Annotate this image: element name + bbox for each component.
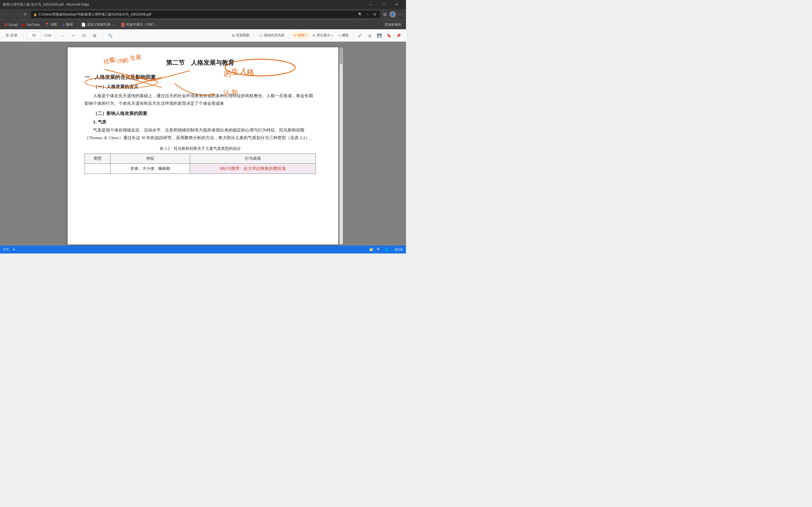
toolbar-divider-6 bbox=[353, 32, 354, 39]
table-title: 表 2-2 托马斯和切斯关于儿童气质类型的划分 bbox=[85, 146, 316, 151]
status-bar: 0°C ☀ 📁 🔍 🌐 19:18 bbox=[0, 245, 406, 253]
close-button[interactable]: ✕ bbox=[390, 0, 403, 9]
browser-extensions-button[interactable]: ⚙ bbox=[382, 11, 388, 17]
zoom-out-button[interactable]: − bbox=[58, 31, 67, 40]
table-header-type: 类型 bbox=[85, 154, 110, 164]
erase-button[interactable]: ◇ 擦除 bbox=[336, 32, 351, 39]
security-icon: 🔒 bbox=[33, 13, 37, 16]
collections-button[interactable]: ⊞ bbox=[371, 11, 378, 17]
toolbar-divider-4 bbox=[254, 32, 254, 39]
maps-icon: 📍 bbox=[45, 22, 49, 27]
book-icon: 📕 bbox=[120, 22, 125, 27]
draw-icon: ✏ bbox=[294, 34, 297, 38]
back-button[interactable]: ← bbox=[2, 10, 10, 18]
pdf-toolbar: ☰ 目录 / 638 − + ⊡ ⊞ 🔍 ⊟ 页面视图 Aα 朗读此页内容 ✏ … bbox=[0, 29, 406, 42]
pin-button[interactable]: 📌 bbox=[394, 31, 403, 40]
draw-button[interactable]: ✏ 绘制 ▾ bbox=[292, 32, 309, 39]
minimize-button[interactable]: ─ bbox=[364, 0, 377, 9]
pdf-content-area: 经育 心 (理) 的 生展 的 生 人 格 认 知 bbox=[0, 42, 406, 245]
page-view-button[interactable]: ⊟ 页面视图 bbox=[230, 32, 252, 39]
toolbar-divider-1 bbox=[23, 32, 23, 39]
taskbar-file-icon[interactable]: 📁 bbox=[369, 247, 373, 251]
address-bar-actions: 🔍 ☆ ⊞ bbox=[357, 11, 378, 17]
highlight-button[interactable]: ⊳ 突出显示 ▾ bbox=[310, 32, 335, 39]
youtube-icon: ▶ bbox=[22, 22, 26, 27]
zoom-in-button[interactable]: + bbox=[69, 31, 78, 40]
bookmark-laoyouji-label: 老友记搜索结果 -... bbox=[87, 22, 115, 27]
forward-button[interactable]: → bbox=[12, 10, 20, 18]
toolbar-divider-3 bbox=[102, 32, 103, 39]
other-bookmarks[interactable]: 其他收藏夹 bbox=[382, 21, 404, 28]
paragraph-1: 人格是个体在先天遗传的基础上，通过后天的社会环境逐渐形成的多种心理特征的有机整合… bbox=[85, 92, 316, 107]
bookmark-maps[interactable]: 📍 地图 bbox=[43, 21, 59, 28]
watermark-text: B站与微博：起大早赶晚集的磨叽鬼 bbox=[220, 166, 286, 171]
scrollbar-thumb[interactable] bbox=[340, 47, 343, 64]
bookmark-button[interactable]: 🔖 bbox=[385, 31, 393, 40]
gmail-icon: M bbox=[4, 22, 8, 27]
taskbar-search-icon[interactable]: 🔍 bbox=[377, 247, 381, 251]
table-cell-type bbox=[85, 164, 110, 174]
status-left: 0°C ☀ bbox=[3, 247, 15, 251]
bookmark-gmail[interactable]: M Gmail bbox=[2, 21, 20, 28]
sub-subsection-1-1-title: （一）人格发展的含义 bbox=[93, 84, 316, 90]
search-button[interactable]: 🔍 bbox=[106, 31, 114, 40]
bookmark-laoyouji[interactable]: 📄 老友记搜索结果 -... bbox=[79, 21, 117, 28]
sub-subsection-1-2-title: （二）影响人格发展的因素 bbox=[93, 111, 316, 117]
toolbar-divider-2 bbox=[55, 32, 55, 39]
table-cell-behavior: B站与微博：起大早赶晚集的磨叽鬼 bbox=[190, 164, 316, 174]
temperature-display: 0°C bbox=[3, 247, 9, 251]
taskbar-clock: 19:18 bbox=[394, 247, 403, 251]
favorites-button[interactable]: ☆ bbox=[364, 11, 370, 17]
bookmark-gmail-label: Gmail bbox=[9, 23, 17, 27]
draw-label: 绘制 bbox=[298, 33, 305, 38]
erase-icon: ◇ bbox=[338, 34, 341, 38]
section-title: 第二节 人格发展与教育 bbox=[85, 59, 316, 67]
fit-width-button[interactable]: ⊞ bbox=[91, 31, 99, 40]
translate-icon: A bbox=[62, 22, 65, 27]
refresh-button[interactable]: ↻ bbox=[21, 10, 29, 18]
table-header-behavior: 行为表现 bbox=[190, 154, 316, 164]
fit-page-button[interactable]: ⊡ bbox=[80, 31, 88, 40]
taskbar-browser-icon[interactable]: 🌐 bbox=[384, 247, 389, 251]
table-cell-feature: 饮食、大小便、睡眠都 bbox=[110, 164, 190, 174]
print-button[interactable]: 🖨 bbox=[365, 31, 374, 40]
more-options-button[interactable]: ⋯ bbox=[398, 11, 404, 17]
bookmark-maps-label: 地图 bbox=[50, 22, 57, 27]
bookmark-youtube-label: YouTube bbox=[27, 23, 40, 27]
table-header-feature: 特征 bbox=[110, 154, 190, 164]
page-total: / 638 bbox=[43, 33, 51, 38]
pdf-page: 经育 心 (理) 的 生展 的 生 人 格 认 知 bbox=[68, 47, 338, 244]
highlight-dropdown-icon[interactable]: ▾ bbox=[331, 34, 333, 37]
page-scrollbar[interactable] bbox=[340, 47, 343, 244]
page-view-icon: ⊟ bbox=[232, 34, 235, 38]
subsection-1-title: 一、人格发展的含义及影响因素 bbox=[85, 74, 316, 80]
maximize-button[interactable]: □ bbox=[377, 0, 390, 9]
paragraph-2: 气质是指个体在情绪反应、活动水平、注意和情绪控制等方面所表现出来的稳定的心理与行… bbox=[85, 126, 316, 142]
reader-view-button[interactable]: 🔍 bbox=[357, 11, 363, 17]
save-button[interactable]: 💾 bbox=[375, 31, 384, 40]
weather-icon: ☀ bbox=[12, 247, 15, 251]
profile-button[interactable]: 👤 bbox=[390, 11, 396, 17]
address-bar-input[interactable]: 🔒 C:/Users/简筱诞/Desktop/书籍/教育心理学第三版%20张大均… bbox=[31, 11, 380, 18]
toolbar-right-group: ⊟ 页面视图 Aα 朗读此页内容 ✏ 绘制 ▾ ⊳ 突出显示 ▾ ◇ 擦除 🖊 … bbox=[230, 31, 403, 40]
read-aloud-button[interactable]: Aα 朗读此页内容 bbox=[257, 32, 287, 39]
status-right: 📁 🔍 🌐 19:18 bbox=[369, 247, 403, 251]
temperament-table: 类型 特征 行为表现 饮食、大小便、睡眠都 B站与微博：起大早赶晚集的磨叽鬼 bbox=[85, 154, 316, 174]
toc-icon: ☰ bbox=[6, 33, 9, 38]
draw-dropdown-icon[interactable]: ▾ bbox=[306, 34, 307, 37]
bookmark-translate-label: 翻译 bbox=[66, 22, 73, 27]
doc-icon: 📄 bbox=[81, 22, 86, 27]
highlight-label: 突出显示 bbox=[317, 33, 330, 38]
address-text: C:/Users/简筱诞/Desktop/书籍/教育心理学第三版%20张大均_1… bbox=[38, 12, 151, 17]
bookmark-minzu[interactable]: 📕 民族学通论（1997... bbox=[118, 21, 159, 28]
page-view-label: 页面视图 bbox=[236, 33, 250, 38]
toolbar-divider-5 bbox=[289, 32, 289, 39]
bookmark-youtube[interactable]: ▶ YouTube bbox=[20, 21, 42, 28]
highlight-icon: ⊳ bbox=[313, 34, 315, 38]
bookmark-translate[interactable]: A 翻译 bbox=[60, 21, 75, 28]
read-icon: Aα bbox=[259, 34, 263, 38]
page-number-input[interactable] bbox=[27, 32, 41, 39]
numbered-item-1: 1. 气质 bbox=[93, 119, 316, 125]
pen-tool-button[interactable]: 🖊 bbox=[356, 31, 364, 40]
pdf-toc-button[interactable]: ☰ 目录 bbox=[3, 32, 20, 39]
